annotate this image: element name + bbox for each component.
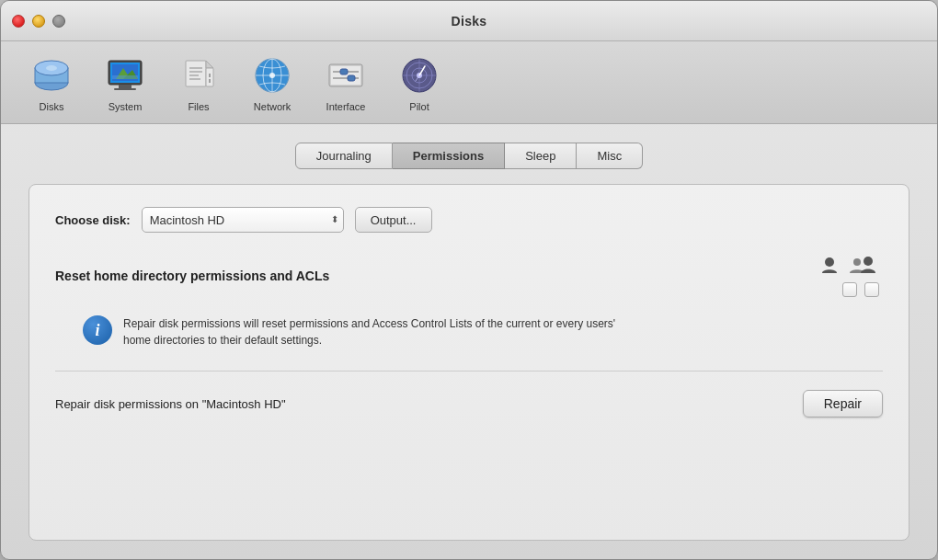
repair-button[interactable]: Repair — [803, 390, 883, 417]
disk-select-wrapper: Macintosh HD ⬍ — [142, 207, 344, 233]
content-area: Journaling Permissions Sleep Misc Choose… — [1, 124, 937, 559]
interface-icon — [324, 53, 368, 97]
tabs-container: Journaling Permissions Sleep Misc — [295, 143, 643, 169]
permissions-panel: Choose disk: Macintosh HD ⬍ Output... Re… — [29, 184, 909, 541]
svg-rect-12 — [186, 61, 206, 86]
info-text: Repair disk permissions will reset permi… — [123, 315, 638, 349]
disk-select[interactable]: Macintosh HD — [142, 207, 344, 233]
files-icon — [177, 53, 221, 97]
info-icon: i — [83, 315, 112, 345]
user-icons-row — [818, 255, 879, 277]
close-button[interactable] — [12, 15, 25, 28]
toolbar-label-pilot: Pilot — [409, 101, 429, 112]
info-box: i Repair disk permissions will reset per… — [83, 315, 883, 349]
toolbar-label-disks: Disks — [40, 101, 64, 112]
tab-sleep[interactable]: Sleep — [505, 143, 577, 169]
all-users-checkbox[interactable] — [864, 282, 879, 297]
app-window: Disks Disks — [0, 0, 938, 560]
toolbar-label-interface: Interface — [326, 101, 366, 112]
svg-point-26 — [269, 73, 275, 78]
toolbar-item-files[interactable]: Files — [166, 50, 231, 116]
system-icon — [103, 53, 147, 97]
single-user-checkbox[interactable] — [842, 282, 857, 297]
svg-point-43 — [864, 257, 873, 266]
svg-point-42 — [853, 258, 861, 266]
toolbar-item-interface[interactable]: Interface — [314, 50, 378, 116]
svg-rect-7 — [114, 88, 136, 90]
toolbar-item-network[interactable]: Network — [240, 50, 304, 116]
single-user-icon — [818, 255, 841, 277]
window-title: Disks — [452, 14, 487, 29]
toolbar: Disks System — [1, 41, 937, 124]
repair-disk-label: Repair disk permissions on "Macintosh HD… — [55, 397, 286, 411]
tab-journaling[interactable]: Journaling — [295, 143, 393, 169]
reset-row: Reset home directory permissions and ACL… — [55, 255, 883, 297]
reset-section: Reset home directory permissions and ACL… — [55, 255, 883, 349]
window-controls — [12, 15, 65, 28]
svg-point-41 — [825, 257, 834, 267]
svg-rect-6 — [119, 85, 132, 88]
bottom-row: Repair disk permissions on "Macintosh HD… — [55, 371, 883, 417]
checkboxes-row — [842, 282, 879, 297]
output-button[interactable]: Output... — [355, 207, 432, 233]
toolbar-item-pilot[interactable]: Pilot — [387, 50, 452, 116]
user-icons-checkboxes — [818, 255, 879, 297]
reset-label: Reset home directory permissions and ACL… — [55, 269, 329, 283]
toolbar-label-files: Files — [188, 101, 209, 112]
svg-rect-30 — [340, 69, 348, 74]
disks-icon — [29, 53, 74, 97]
choose-disk-label: Choose disk: — [55, 213, 131, 227]
svg-point-3 — [46, 65, 57, 71]
tab-misc[interactable]: Misc — [577, 143, 643, 169]
toolbar-label-system: System — [109, 101, 143, 112]
network-icon — [250, 53, 294, 97]
maximize-button[interactable] — [52, 15, 65, 28]
titlebar: Disks — [1, 1, 937, 41]
multiple-users-icon — [848, 255, 879, 277]
toolbar-item-system[interactable]: System — [93, 50, 157, 116]
svg-rect-11 — [112, 75, 138, 79]
pilot-icon — [397, 53, 441, 97]
svg-rect-32 — [348, 75, 355, 81]
toolbar-item-disks[interactable]: Disks — [19, 50, 84, 116]
disk-row: Choose disk: Macintosh HD ⬍ Output... — [55, 207, 883, 233]
svg-marker-13 — [206, 61, 213, 68]
minimize-button[interactable] — [32, 15, 45, 28]
tab-permissions[interactable]: Permissions — [393, 143, 505, 169]
toolbar-label-network: Network — [254, 101, 291, 112]
